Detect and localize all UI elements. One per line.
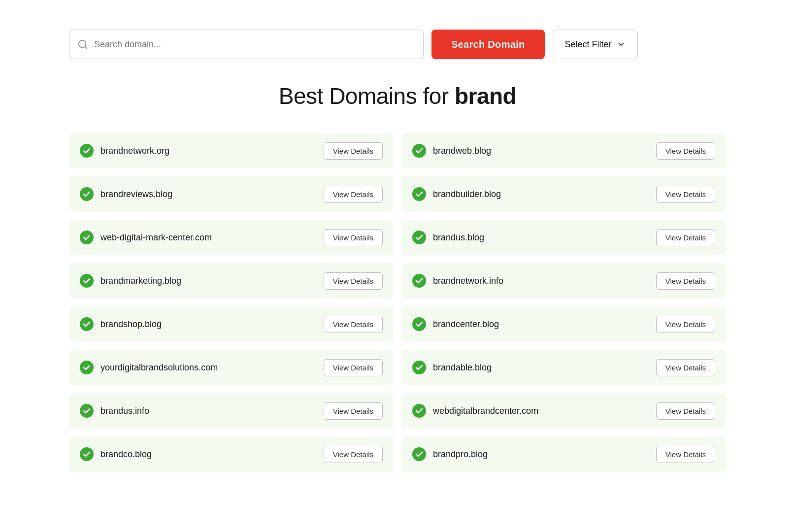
available-icon — [412, 361, 426, 374]
domain-left: web-digital-mark-center.com — [80, 231, 212, 244]
svg-point-13 — [412, 361, 426, 374]
svg-point-5 — [412, 187, 426, 201]
domain-item: brandmarketing.blogView Details — [69, 263, 394, 299]
domain-name: brandcenter.blog — [433, 319, 499, 330]
view-details-button[interactable]: View Details — [656, 272, 715, 290]
view-details-button[interactable]: View Details — [656, 186, 715, 203]
view-details-button[interactable]: View Details — [324, 359, 383, 376]
domain-item: brandus.blogView Details — [401, 220, 726, 255]
available-icon — [412, 144, 426, 158]
domain-name: brandreviews.blog — [100, 189, 172, 200]
select-filter-button[interactable]: Select Filter — [553, 30, 638, 59]
filter-label: Select Filter — [565, 39, 612, 50]
svg-point-8 — [80, 274, 94, 288]
view-details-button[interactable]: View Details — [324, 142, 383, 160]
domain-left: brandreviews.blog — [80, 187, 172, 201]
available-icon — [80, 447, 94, 461]
search-bar: brand Search Domain Select Filter — [69, 30, 726, 59]
domain-name: web-digital-mark-center.com — [100, 233, 212, 243]
available-icon — [80, 361, 94, 374]
domain-name: webdigitalbrandcenter.com — [433, 406, 538, 416]
domain-name: brandbuilder.blog — [433, 189, 501, 200]
view-details-button[interactable]: View Details — [324, 229, 383, 246]
view-details-button[interactable]: View Details — [656, 359, 715, 376]
svg-line-1 — [85, 46, 87, 48]
domain-left: brandable.blog — [412, 361, 492, 374]
search-icon — [77, 39, 88, 50]
domain-item: web-digital-mark-center.comView Details — [69, 220, 394, 255]
domain-name: brandnetwork.org — [100, 146, 169, 156]
domain-left: brandco.blog — [80, 447, 152, 461]
svg-point-10 — [80, 317, 94, 331]
svg-point-4 — [80, 187, 94, 201]
domain-left: brandus.blog — [412, 231, 484, 244]
domain-item: brandnetwork.orgView Details — [69, 133, 394, 168]
domain-item: brandus.infoView Details — [69, 393, 394, 429]
available-icon — [80, 404, 94, 418]
view-details-button[interactable]: View Details — [656, 142, 715, 160]
title-keyword: brand — [455, 83, 516, 109]
domain-left: brandweb.blog — [412, 144, 491, 158]
domain-left: brandbuilder.blog — [412, 187, 501, 201]
domain-left: brandnetwork.org — [80, 144, 169, 158]
svg-point-3 — [412, 144, 426, 158]
domain-item: brandpro.blogView Details — [401, 436, 726, 472]
available-icon — [412, 404, 426, 418]
available-icon — [412, 187, 426, 201]
search-input[interactable]: brand — [94, 39, 415, 50]
domain-name: yourdigitalbrandsolutions.com — [100, 363, 218, 373]
domain-item: brandshop.blogView Details — [69, 306, 394, 342]
search-input-wrapper: brand — [69, 30, 424, 59]
svg-point-12 — [80, 361, 94, 374]
view-details-button[interactable]: View Details — [656, 446, 715, 463]
domain-name: brandus.info — [100, 406, 149, 416]
domain-item: webdigitalbrandcenter.comView Details — [401, 393, 726, 429]
domain-left: yourdigitalbrandsolutions.com — [80, 361, 218, 374]
available-icon — [412, 317, 426, 331]
svg-point-7 — [412, 231, 426, 244]
view-details-button[interactable]: View Details — [656, 402, 715, 420]
domain-name: brandmarketing.blog — [100, 276, 181, 286]
domain-name: brandnetwork.info — [433, 276, 503, 286]
title-prefix: Best Domains for — [279, 83, 455, 109]
svg-point-16 — [80, 447, 94, 461]
view-details-button[interactable]: View Details — [324, 446, 383, 463]
available-icon — [412, 447, 426, 461]
svg-point-2 — [80, 144, 94, 158]
domain-name: brandweb.blog — [433, 146, 491, 156]
available-icon — [412, 274, 426, 288]
view-details-button[interactable]: View Details — [324, 316, 383, 333]
view-details-button[interactable]: View Details — [324, 272, 383, 290]
domain-item: brandable.blogView Details — [401, 350, 726, 385]
domain-name: brandpro.blog — [433, 449, 488, 460]
svg-point-6 — [80, 231, 94, 244]
available-icon — [80, 274, 94, 288]
domain-left: webdigitalbrandcenter.com — [412, 404, 538, 418]
domain-item: yourdigitalbrandsolutions.comView Detail… — [69, 350, 394, 385]
available-icon — [412, 231, 426, 244]
svg-point-11 — [412, 317, 426, 331]
view-details-button[interactable]: View Details — [324, 186, 383, 203]
chevron-down-icon — [617, 40, 626, 49]
domain-left: brandus.info — [80, 404, 149, 418]
domain-left: brandshop.blog — [80, 317, 162, 331]
view-details-button[interactable]: View Details — [324, 402, 383, 420]
domain-left: brandmarketing.blog — [80, 274, 181, 288]
available-icon — [80, 317, 94, 331]
svg-point-9 — [412, 274, 426, 288]
domain-item: brandnetwork.infoView Details — [401, 263, 726, 299]
page-title: Best Domains for brand — [69, 83, 726, 109]
available-icon — [80, 231, 94, 244]
svg-point-15 — [412, 404, 426, 418]
domain-left: brandcenter.blog — [412, 317, 499, 331]
available-icon — [80, 144, 94, 158]
view-details-button[interactable]: View Details — [656, 316, 715, 333]
domain-item: brandweb.blogView Details — [401, 133, 726, 168]
domain-name: brandable.blog — [433, 363, 492, 373]
domain-left: brandpro.blog — [412, 447, 488, 461]
domain-item: brandcenter.blogView Details — [401, 306, 726, 342]
domain-name: brandus.blog — [433, 233, 484, 243]
search-domain-button[interactable]: Search Domain — [431, 30, 545, 59]
view-details-button[interactable]: View Details — [656, 229, 715, 246]
svg-point-17 — [412, 447, 426, 461]
